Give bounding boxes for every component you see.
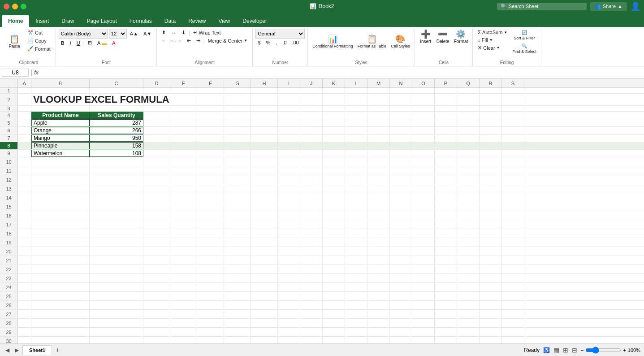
cell-m29[interactable] bbox=[367, 328, 390, 336]
tab-insert[interactable]: Insert bbox=[29, 15, 55, 27]
cell-l29[interactable] bbox=[345, 328, 367, 336]
cell-r27[interactable] bbox=[480, 310, 502, 318]
cell-g30[interactable] bbox=[224, 337, 251, 343]
cell-s13[interactable] bbox=[502, 184, 524, 193]
cell-m11[interactable] bbox=[367, 166, 390, 175]
cell-j7[interactable] bbox=[300, 135, 323, 142]
cell-h19[interactable] bbox=[251, 238, 278, 247]
row-num-6[interactable]: 6 bbox=[0, 127, 18, 134]
cell-g22[interactable] bbox=[224, 265, 251, 274]
cell-f15[interactable] bbox=[197, 202, 224, 211]
cell-o3[interactable] bbox=[412, 106, 435, 111]
col-header-e[interactable]: E bbox=[170, 79, 197, 87]
cell-f8[interactable] bbox=[197, 142, 224, 149]
cell-o29[interactable] bbox=[412, 328, 435, 336]
cell-b30[interactable] bbox=[31, 337, 90, 343]
tab-formulas[interactable]: Formulas bbox=[123, 15, 158, 27]
cell-h15[interactable] bbox=[251, 202, 278, 211]
autosum-button[interactable]: Σ AutoSum ▼ bbox=[475, 29, 510, 36]
cell-c25[interactable] bbox=[90, 292, 143, 300]
cell-f23[interactable] bbox=[197, 274, 224, 282]
merge-center-button[interactable]: Merge & Center ▼ bbox=[206, 37, 250, 44]
cell-n12[interactable] bbox=[390, 175, 412, 184]
cell-g28[interactable] bbox=[224, 319, 251, 327]
cell-o18[interactable] bbox=[412, 229, 435, 238]
cell-g5[interactable] bbox=[224, 119, 251, 126]
cell-f25[interactable] bbox=[197, 292, 224, 300]
cell-r19[interactable] bbox=[480, 238, 502, 247]
cell-q23[interactable] bbox=[457, 274, 480, 282]
cell-l20[interactable] bbox=[345, 247, 367, 256]
cell-f6[interactable] bbox=[197, 127, 224, 134]
tab-home[interactable]: Home bbox=[2, 15, 29, 27]
cell-j27[interactable] bbox=[300, 310, 323, 318]
row-num-7[interactable]: 7 bbox=[0, 135, 18, 142]
cell-c21[interactable] bbox=[90, 256, 143, 265]
cell-b15[interactable] bbox=[31, 202, 90, 211]
cell-g19[interactable] bbox=[224, 238, 251, 247]
cell-e1[interactable] bbox=[170, 88, 197, 93]
cell-g4[interactable] bbox=[224, 112, 251, 119]
cell-b29[interactable] bbox=[31, 328, 90, 336]
cell-l1[interactable] bbox=[345, 88, 367, 93]
cell-k15[interactable] bbox=[323, 202, 345, 211]
cell-r6[interactable] bbox=[480, 127, 502, 134]
cell-l18[interactable] bbox=[345, 229, 367, 238]
tab-draw[interactable]: Draw bbox=[55, 15, 80, 27]
cell-k25[interactable] bbox=[323, 292, 345, 300]
cell-p8[interactable] bbox=[435, 142, 457, 149]
cell-d8[interactable] bbox=[143, 142, 170, 149]
cell-d2[interactable] bbox=[143, 94, 170, 105]
cell-g18[interactable] bbox=[224, 229, 251, 238]
cell-h18[interactable] bbox=[251, 229, 278, 238]
cell-i14[interactable] bbox=[278, 193, 300, 202]
cell-e30[interactable] bbox=[170, 337, 197, 343]
cell-l6[interactable] bbox=[345, 127, 367, 134]
cell-e11[interactable] bbox=[170, 166, 197, 175]
cell-b22[interactable] bbox=[31, 265, 90, 274]
cell-m7[interactable] bbox=[367, 135, 390, 142]
cell-j14[interactable] bbox=[300, 193, 323, 202]
cell-e6[interactable] bbox=[170, 127, 197, 134]
cell-b8[interactable]: Pinneaple bbox=[31, 142, 90, 149]
cell-b10[interactable] bbox=[31, 157, 90, 166]
col-header-f[interactable]: F bbox=[197, 79, 224, 87]
cell-p13[interactable] bbox=[435, 184, 457, 193]
tab-view[interactable]: View bbox=[212, 15, 237, 27]
cell-k17[interactable] bbox=[323, 220, 345, 229]
cell-b23[interactable] bbox=[31, 274, 90, 282]
cell-n25[interactable] bbox=[390, 292, 412, 300]
cell-n23[interactable] bbox=[390, 274, 412, 282]
cell-n13[interactable] bbox=[390, 184, 412, 193]
cell-p22[interactable] bbox=[435, 265, 457, 274]
cell-c7[interactable]: 950 bbox=[90, 135, 143, 142]
cell-h3[interactable] bbox=[251, 106, 278, 111]
cell-j10[interactable] bbox=[300, 157, 323, 166]
cell-s7[interactable] bbox=[502, 135, 524, 142]
underline-button[interactable]: U bbox=[74, 39, 82, 47]
cell-a29[interactable] bbox=[18, 328, 31, 336]
row-num-11[interactable]: 11 bbox=[0, 166, 18, 175]
cell-s25[interactable] bbox=[502, 292, 524, 300]
cell-o14[interactable] bbox=[412, 193, 435, 202]
col-header-g[interactable]: G bbox=[224, 79, 251, 87]
cell-k13[interactable] bbox=[323, 184, 345, 193]
cell-m23[interactable] bbox=[367, 274, 390, 282]
cell-b24[interactable] bbox=[31, 283, 90, 291]
cell-s6[interactable] bbox=[502, 127, 524, 134]
cell-m8[interactable] bbox=[367, 142, 390, 149]
cell-j16[interactable] bbox=[300, 211, 323, 220]
cell-k30[interactable] bbox=[323, 337, 345, 343]
cell-f17[interactable] bbox=[197, 220, 224, 229]
cell-d12[interactable] bbox=[143, 175, 170, 184]
cell-g16[interactable] bbox=[224, 211, 251, 220]
cell-f21[interactable] bbox=[197, 256, 224, 265]
cell-s23[interactable] bbox=[502, 274, 524, 282]
cell-s14[interactable] bbox=[502, 193, 524, 202]
cell-j5[interactable] bbox=[300, 119, 323, 126]
cell-r9[interactable] bbox=[480, 150, 502, 157]
cell-d26[interactable] bbox=[143, 301, 170, 309]
cell-n15[interactable] bbox=[390, 202, 412, 211]
cell-i18[interactable] bbox=[278, 229, 300, 238]
cell-f10[interactable] bbox=[197, 157, 224, 166]
